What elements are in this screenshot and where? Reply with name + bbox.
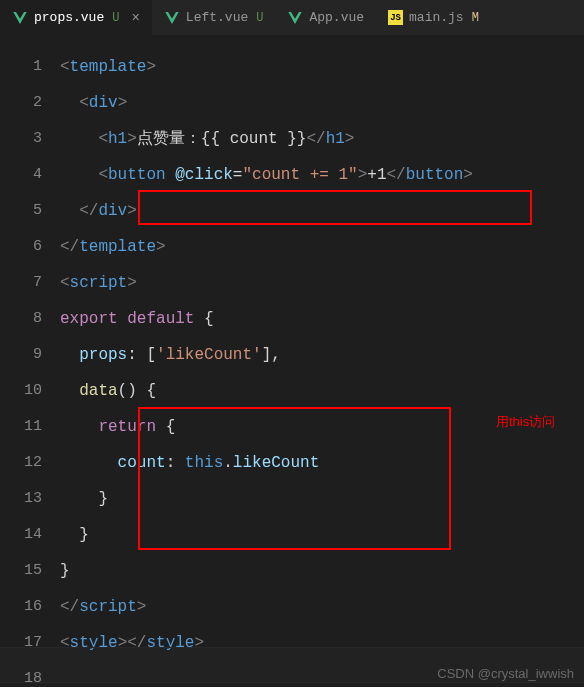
code-line: </script>	[60, 589, 584, 625]
line-number: 1	[0, 49, 42, 85]
vue-icon	[164, 10, 180, 26]
code-line: count: this.likeCount	[60, 445, 584, 481]
tab-label: Left.vue	[186, 10, 248, 25]
tab-bar: props.vue U × Left.vue U App.vue JS main…	[0, 0, 584, 35]
code-line: }	[60, 553, 584, 589]
code-line: props: ['likeCount'],	[60, 337, 584, 373]
editor-area[interactable]: 1 2 3 4 5 6 7 8 9 10 11 12 13 14 15 16 1…	[0, 35, 584, 687]
line-number: 7	[0, 265, 42, 301]
code-content[interactable]: <template> <div> <h1>点赞量：{{ count }}</h1…	[60, 35, 584, 687]
line-number: 2	[0, 85, 42, 121]
line-number: 11	[0, 409, 42, 445]
vue-icon	[12, 10, 28, 26]
tab-status: M	[472, 11, 479, 25]
tab-main-js[interactable]: JS main.js M	[376, 0, 491, 35]
code-line: <h1>点赞量：{{ count }}</h1>	[60, 121, 584, 157]
tab-status: U	[256, 11, 263, 25]
code-line: export default {	[60, 301, 584, 337]
code-line: </template>	[60, 229, 584, 265]
line-number: 3	[0, 121, 42, 157]
line-number: 15	[0, 553, 42, 589]
tab-left-vue[interactable]: Left.vue U	[152, 0, 276, 35]
code-line: <button @click="count += 1">+1</button>	[60, 157, 584, 193]
tab-app-vue[interactable]: App.vue	[275, 0, 376, 35]
close-icon[interactable]: ×	[131, 10, 139, 26]
tab-status: U	[112, 11, 119, 25]
line-number: 9	[0, 337, 42, 373]
code-line: <template>	[60, 49, 584, 85]
line-number: 12	[0, 445, 42, 481]
js-icon: JS	[388, 10, 403, 25]
tab-label: main.js	[409, 10, 464, 25]
tab-label: props.vue	[34, 10, 104, 25]
line-number: 4	[0, 157, 42, 193]
line-gutter: 1 2 3 4 5 6 7 8 9 10 11 12 13 14 15 16 1…	[0, 35, 60, 687]
line-number: 8	[0, 301, 42, 337]
line-number: 16	[0, 589, 42, 625]
code-line: </div>	[60, 193, 584, 229]
code-line: }	[60, 517, 584, 553]
line-number: 6	[0, 229, 42, 265]
watermark: CSDN @crystal_iwwish	[437, 666, 574, 681]
vue-icon	[287, 10, 303, 26]
line-number: 14	[0, 517, 42, 553]
code-line: data() {	[60, 373, 584, 409]
tab-props-vue[interactable]: props.vue U ×	[0, 0, 152, 35]
line-number: 10	[0, 373, 42, 409]
code-line: <script>	[60, 265, 584, 301]
code-line: }	[60, 481, 584, 517]
tab-label: App.vue	[309, 10, 364, 25]
line-number: 5	[0, 193, 42, 229]
annotation-text: 用this访问	[496, 413, 555, 431]
line-number: 13	[0, 481, 42, 517]
code-line: <div>	[60, 85, 584, 121]
